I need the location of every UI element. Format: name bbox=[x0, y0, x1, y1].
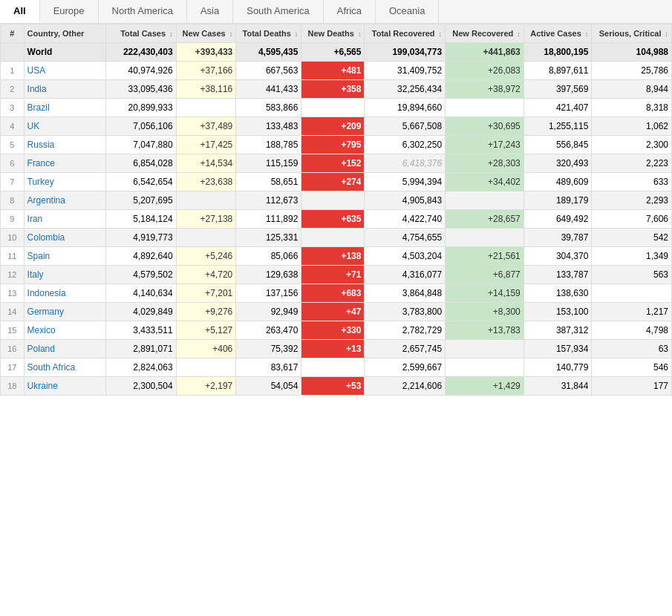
country-name[interactable]: Germany bbox=[24, 303, 105, 321]
country-name[interactable]: Brazil bbox=[24, 99, 105, 117]
country-name[interactable]: France bbox=[24, 154, 105, 173]
country-name[interactable]: Italy bbox=[24, 266, 105, 284]
world-active-cases: 18,800,195 bbox=[523, 43, 592, 62]
total-recovered: 6,302,250 bbox=[365, 136, 446, 154]
total-recovered: 32,256,434 bbox=[365, 80, 446, 99]
col-new-deaths[interactable]: New Deaths ↕ bbox=[301, 24, 365, 43]
col-total-recovered[interactable]: Total Recovered ↕ bbox=[365, 24, 446, 43]
covid-table: # Country, Other Total Cases ↕ New Cases… bbox=[0, 24, 672, 396]
new-recovered: +6,877 bbox=[446, 266, 524, 284]
active-cases: 397,569 bbox=[523, 80, 592, 99]
new-recovered bbox=[446, 99, 524, 117]
total-recovered: 4,754,655 bbox=[365, 229, 446, 247]
serious-critical: 2,300 bbox=[592, 136, 672, 154]
row-num: 18 bbox=[1, 377, 25, 396]
new-cases bbox=[176, 99, 236, 117]
new-recovered bbox=[446, 358, 524, 377]
country-name[interactable]: Indonesia bbox=[24, 284, 105, 303]
total-deaths: 75,392 bbox=[236, 340, 301, 358]
col-total-deaths[interactable]: Total Deaths ↕ bbox=[236, 24, 301, 43]
table-row: 6 France 6,854,028 +14,534 115,159 +152 … bbox=[1, 154, 672, 173]
tab-oceania[interactable]: Oceania bbox=[376, 0, 439, 23]
new-cases: +2,197 bbox=[176, 377, 236, 396]
new-cases: +406 bbox=[176, 340, 236, 358]
new-deaths: +358 bbox=[301, 80, 365, 99]
tab-africa[interactable]: Africa bbox=[324, 0, 376, 23]
col-new-recovered[interactable]: New Recovered ↕ bbox=[446, 24, 524, 43]
total-cases: 5,184,124 bbox=[105, 210, 176, 229]
row-num: 8 bbox=[1, 191, 25, 210]
world-serious: 104,988 bbox=[592, 43, 672, 62]
total-deaths: 263,470 bbox=[236, 321, 301, 340]
col-total-cases[interactable]: Total Cases ↕ bbox=[105, 24, 176, 43]
row-num: 6 bbox=[1, 154, 25, 173]
serious-critical: 25,786 bbox=[592, 62, 672, 80]
col-active-cases[interactable]: Active Cases ↕ bbox=[523, 24, 592, 43]
active-cases: 1,255,115 bbox=[523, 117, 592, 136]
total-cases: 20,899,933 bbox=[105, 99, 176, 117]
tab-south-america[interactable]: South America bbox=[233, 0, 324, 23]
total-deaths: 85,066 bbox=[236, 247, 301, 266]
table-row: 15 Mexico 3,433,511 +5,127 263,470 +330 … bbox=[1, 321, 672, 340]
country-name[interactable]: USA bbox=[24, 62, 105, 80]
new-deaths: +152 bbox=[301, 154, 365, 173]
serious-critical: 1,217 bbox=[592, 303, 672, 321]
active-cases: 387,312 bbox=[523, 321, 592, 340]
row-num: 10 bbox=[1, 229, 25, 247]
table-row: 1 USA 40,974,926 +37,166 667,563 +481 31… bbox=[1, 62, 672, 80]
serious-critical: 1,062 bbox=[592, 117, 672, 136]
table-row: 10 Colombia 4,919,773 125,331 4,754,655 … bbox=[1, 229, 672, 247]
col-new-cases[interactable]: New Cases ↕ bbox=[176, 24, 236, 43]
active-cases: 31,844 bbox=[523, 377, 592, 396]
new-recovered: +34,402 bbox=[446, 173, 524, 191]
country-name[interactable]: Colombia bbox=[24, 229, 105, 247]
total-cases: 3,433,511 bbox=[105, 321, 176, 340]
total-recovered: 4,503,204 bbox=[365, 247, 446, 266]
total-deaths: 58,651 bbox=[236, 173, 301, 191]
total-recovered: 3,783,800 bbox=[365, 303, 446, 321]
country-name[interactable]: Russia bbox=[24, 136, 105, 154]
world-name: World bbox=[24, 43, 105, 62]
new-cases: +14,534 bbox=[176, 154, 236, 173]
country-name[interactable]: UK bbox=[24, 117, 105, 136]
tab-asia[interactable]: Asia bbox=[187, 0, 233, 23]
total-cases: 7,047,880 bbox=[105, 136, 176, 154]
total-recovered: 5,667,508 bbox=[365, 117, 446, 136]
world-new-recovered: +441,863 bbox=[446, 43, 524, 62]
new-recovered bbox=[446, 191, 524, 210]
total-deaths: 92,949 bbox=[236, 303, 301, 321]
table-row: 7 Turkey 6,542,654 +23,638 58,651 +274 5… bbox=[1, 173, 672, 191]
active-cases: 8,897,611 bbox=[523, 62, 592, 80]
country-name[interactable]: Turkey bbox=[24, 173, 105, 191]
total-cases: 4,029,849 bbox=[105, 303, 176, 321]
tab-north-america[interactable]: North America bbox=[99, 0, 187, 23]
total-deaths: 137,156 bbox=[236, 284, 301, 303]
col-serious[interactable]: Serious, Critical ↕ bbox=[592, 24, 672, 43]
row-num: 15 bbox=[1, 321, 25, 340]
active-cases: 556,845 bbox=[523, 136, 592, 154]
country-name[interactable]: India bbox=[24, 80, 105, 99]
country-name[interactable]: Poland bbox=[24, 340, 105, 358]
serious-critical: 542 bbox=[592, 229, 672, 247]
total-cases: 33,095,436 bbox=[105, 80, 176, 99]
country-name[interactable]: Iran bbox=[24, 210, 105, 229]
tab-all[interactable]: All bbox=[0, 0, 40, 23]
new-cases: +37,489 bbox=[176, 117, 236, 136]
new-deaths: +795 bbox=[301, 136, 365, 154]
row-num: 5 bbox=[1, 136, 25, 154]
country-name[interactable]: Spain bbox=[24, 247, 105, 266]
country-name[interactable]: Argentina bbox=[24, 191, 105, 210]
new-recovered: +21,561 bbox=[446, 247, 524, 266]
serious-critical: 177 bbox=[592, 377, 672, 396]
total-cases: 6,542,654 bbox=[105, 173, 176, 191]
tab-europe[interactable]: Europe bbox=[40, 0, 99, 23]
new-cases: +5,246 bbox=[176, 247, 236, 266]
country-name[interactable]: South Africa bbox=[24, 358, 105, 377]
active-cases: 138,630 bbox=[523, 284, 592, 303]
new-deaths: +330 bbox=[301, 321, 365, 340]
country-name[interactable]: Ukraine bbox=[24, 377, 105, 396]
world-total-cases: 222,430,403 bbox=[105, 43, 176, 62]
country-name[interactable]: Mexico bbox=[24, 321, 105, 340]
total-cases: 2,824,063 bbox=[105, 358, 176, 377]
world-total-recovered: 199,034,773 bbox=[365, 43, 446, 62]
